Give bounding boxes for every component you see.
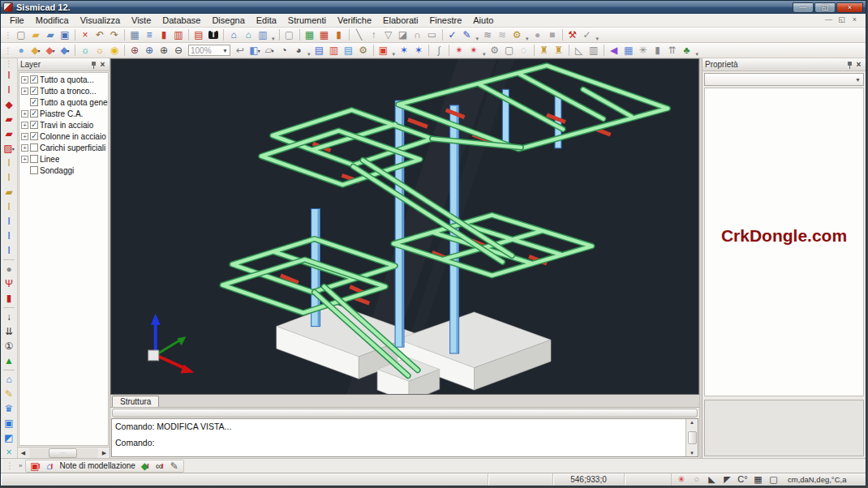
vegetation-icon[interactable]: ♣ (680, 44, 694, 58)
zoom-in-icon[interactable]: ⊕ (157, 44, 171, 58)
beam-wood-icon[interactable]: Ⅰ (2, 214, 16, 229)
recycle-bin-icon[interactable]: ▥ (587, 44, 601, 58)
beam-steel-icon[interactable]: Ⅰ (2, 156, 16, 170)
command-splitter-bar[interactable] (112, 409, 698, 417)
layer-checkbox[interactable] (30, 143, 38, 152)
lamp-off-icon[interactable]: ○ (689, 473, 704, 486)
temperature-icon[interactable]: C° (735, 473, 750, 486)
goto-level-3d-icon[interactable]: ⌂ (241, 28, 256, 42)
wizard-tools-icon[interactable]: ⚙ (509, 28, 524, 42)
layer-checkbox[interactable] (30, 166, 38, 174)
beam-steel-node-icon[interactable]: Ⅰ (2, 170, 16, 185)
archive-load-icon[interactable]: ♜ (537, 44, 552, 58)
open-recent-icon[interactable]: ▰ (43, 28, 58, 42)
load-point-icon[interactable]: ↓ (2, 310, 16, 324)
draw-triangle-icon[interactable]: ▽ (381, 28, 396, 42)
expand-toggle-icon[interactable]: + (21, 133, 28, 140)
pan-icon[interactable]: ↩ (233, 44, 247, 58)
beam-steel-alt-icon[interactable]: Ⅰ (2, 199, 16, 214)
beam-hatched-icon[interactable]: ▨▾ (2, 141, 16, 156)
toolbar-overflow-icon[interactable]: ▾ (696, 51, 699, 58)
beam-solid-icon[interactable]: ◆ (2, 97, 16, 112)
structure-3d-view[interactable] (111, 59, 698, 394)
scrollbar-thumb[interactable] (688, 431, 697, 444)
menu-elaborati[interactable]: Elaborati (377, 15, 423, 26)
close-icon[interactable]: × (854, 60, 863, 69)
render-shaded-icon[interactable]: ● (14, 44, 28, 58)
beam-insert-node-icon[interactable]: Ⅰ (2, 83, 16, 97)
model-errors-icon[interactable]: ▣! (28, 459, 42, 473)
expand-toggle-icon[interactable]: + (21, 88, 28, 95)
pillar-icon[interactable]: ▮ (651, 44, 665, 58)
beam-steel-solid-icon[interactable]: ▰ (2, 185, 16, 199)
lift-arrows-icon[interactable]: ⇈ (665, 44, 680, 58)
layer-checkbox[interactable] (30, 87, 38, 95)
expand-toggle-icon[interactable]: + (21, 144, 28, 152)
tab-struttura[interactable]: Struttura (112, 396, 159, 407)
goto-level-up-icon[interactable]: ⌂ (226, 28, 241, 42)
sketch-pencil-icon[interactable]: ✎ (2, 387, 16, 401)
menu-viste[interactable]: Viste (126, 15, 157, 26)
menu-finestre[interactable]: Finestre (424, 15, 468, 26)
select-pointer-icon[interactable]: ◀ (607, 44, 621, 58)
toolbar-overflow-icon[interactable]: ▾ (393, 51, 396, 58)
toolbar-overflow-icon[interactable]: ▾ (483, 51, 486, 58)
options-box-icon[interactable]: ▢ (502, 44, 517, 58)
menu-strumenti[interactable]: Strumenti (282, 15, 332, 26)
layer-item[interactable]: + Tutto a tronco... (19, 85, 108, 96)
solid-cube-icon[interactable]: ■ (545, 28, 560, 42)
delete-icon[interactable]: × (78, 28, 92, 42)
zoom-realtime-icon[interactable]: ⊕ (127, 44, 142, 58)
crown-section-icon[interactable]: ♛ (2, 401, 16, 416)
solid-extrude-down-icon[interactable]: ◆▾ (43, 44, 58, 58)
mdi-minimize-button[interactable]: — (823, 15, 834, 24)
model-viewport[interactable] (110, 58, 699, 395)
menu-aiuto[interactable]: Aiuto (467, 15, 499, 26)
toolbar-overflow-icon[interactable]: ▾ (596, 36, 599, 42)
region-toggle-icon[interactable]: ▢ (766, 473, 781, 486)
wind-direction-alt-icon[interactable]: ✴ (466, 44, 481, 58)
zoom-window-icon[interactable]: ⊕ (142, 44, 157, 58)
draw-arc-icon[interactable]: ∩ (410, 28, 425, 42)
model-warnings-icon[interactable]: ⌂! (42, 459, 57, 473)
new-file-icon[interactable]: ▢ (14, 28, 28, 42)
solid-sphere-icon[interactable]: ● (531, 28, 545, 42)
layer-item[interactable]: + Colonne in acciaio (19, 131, 108, 142)
layer-item[interactable]: + Tutto a quota... (19, 74, 108, 85)
column-insert-icon[interactable]: ▮ (2, 291, 16, 306)
text-style-icon[interactable]: T (206, 28, 221, 42)
sketch-notes-icon[interactable]: ✎ (167, 459, 182, 473)
layer-checkbox[interactable] (30, 132, 38, 140)
expand-toggle-icon[interactable]: + (21, 76, 28, 83)
menu-verifiche[interactable]: Verifiche (332, 15, 377, 26)
properties-list-area[interactable]: CrkDongle.com (704, 88, 864, 396)
insert-column-red-icon[interactable]: ▮ (157, 28, 171, 42)
validate-icon[interactable]: ✓ (580, 28, 595, 42)
insert-plate-red-icon[interactable]: ▤ (191, 28, 206, 42)
toolbar-overflow-icon[interactable]: ▾ (476, 36, 479, 42)
window-views-icon[interactable]: ▤ (312, 44, 327, 58)
beam-insert-icon[interactable]: Ⅰ (2, 68, 16, 83)
window-vertical-icon[interactable]: ▥ (327, 44, 342, 58)
plate-insert-icon[interactable]: ▰ (2, 126, 16, 141)
fill-column-icon[interactable]: ▮ (332, 28, 346, 42)
light-spot-icon[interactable]: ☼ (78, 44, 92, 58)
toolbar-overflow-icon[interactable]: ▾ (307, 51, 311, 58)
fan-icon[interactable]: ✳ (636, 44, 651, 58)
layer-checkbox[interactable] (30, 98, 38, 106)
light-point-icon[interactable]: ☼ (92, 44, 107, 58)
show-sections-icon[interactable]: ▥ (256, 28, 270, 42)
frame-target-icon[interactable]: ▣ (376, 44, 391, 58)
wind-direction-icon[interactable]: ✴ (452, 44, 466, 58)
layer-checkbox[interactable] (30, 75, 38, 83)
toolbar-overflow-icon[interactable]: ▾ (272, 36, 275, 42)
scroll-right-icon[interactable]: ▶ (99, 450, 110, 456)
panel-one-icon[interactable]: ◩ (2, 430, 16, 445)
solid-sweep-icon[interactable]: ◆▾ (58, 44, 72, 58)
measure-set-icon[interactable]: ◺ (572, 44, 587, 58)
wall-insert-icon[interactable]: ▰ (2, 112, 16, 126)
command-prompt-line[interactable]: Comando: (115, 438, 682, 447)
save-icon[interactable]: ▣ (58, 28, 72, 42)
solid-extrude-up-icon[interactable]: ◆▾ (28, 44, 43, 58)
layer-item[interactable]: + Travi in acciaio (19, 119, 108, 131)
